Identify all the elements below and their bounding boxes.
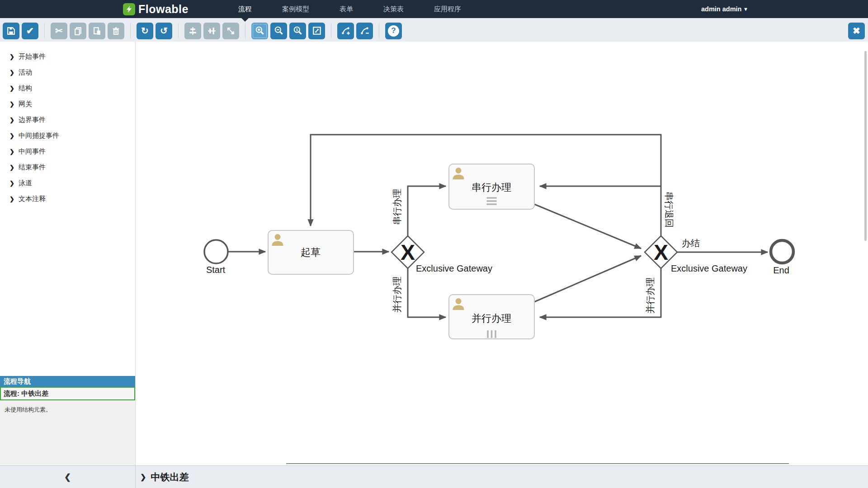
flow-gateway1-to-parallel[interactable]	[408, 268, 446, 317]
task-draft-label: 起草	[301, 247, 321, 258]
menu-item-apps[interactable]: 应用程序	[434, 0, 461, 18]
edge-label-parallel: 并行办理	[392, 277, 402, 313]
bendpoint-plus-icon	[341, 26, 351, 36]
edge-label-parallel-back: 并行办理	[645, 277, 655, 314]
close-editor-button[interactable]: ✖	[848, 23, 865, 39]
flow-serial-to-gateway2[interactable]	[534, 204, 641, 249]
edge-label-serial: 串行办理	[392, 189, 402, 225]
same-size-icon	[226, 26, 236, 36]
edge-label-serial-return: 串行退回	[664, 192, 674, 228]
palette-group-label: 泳道	[19, 179, 32, 188]
redo-button[interactable]: ↻	[137, 23, 153, 39]
user-menu[interactable]: admin admin ▾	[701, 0, 747, 18]
palette-group-intermediate-catching-events[interactable]: ❯ 中间捕捉事件	[0, 128, 135, 144]
validate-button[interactable]: ✔	[22, 23, 38, 39]
chevron-right-icon: ❯	[9, 85, 14, 92]
menu-item-case-models[interactable]: 案例模型	[282, 0, 309, 18]
redo-arrow-icon: ↻	[141, 26, 149, 35]
align-horizontal-button[interactable]	[203, 23, 220, 39]
check-icon: ✔	[26, 26, 34, 35]
palette-group-gateways[interactable]: ❯ 网关	[0, 96, 135, 112]
flow-gateway1-to-serial[interactable]	[408, 186, 446, 236]
diagram-canvas[interactable]: 串行办理 并行办理 串行退回 并行办理 办结 Start 起草 X Exclus…	[136, 42, 868, 465]
palette-group-end-events[interactable]: ❯ 结束事件	[0, 160, 135, 175]
end-event-node[interactable]	[771, 240, 793, 263]
chevron-right-icon: ❯	[9, 148, 14, 155]
undo-button[interactable]: ↺	[156, 23, 172, 39]
vertical-scrollbar-thumb[interactable]	[864, 51, 867, 241]
chevron-down-icon: ▾	[744, 6, 747, 12]
process-navigator-panel: 流程导航 流程: 中铁出差 未使用结构元素。	[0, 376, 135, 465]
zoom-in-button[interactable]	[251, 23, 268, 39]
palette-group-structural[interactable]: ❯ 结构	[0, 80, 135, 96]
palette-group-boundary-events[interactable]: ❯ 边界事件	[0, 112, 135, 128]
chevron-right-icon: ❯	[9, 180, 14, 187]
menu-item-processes[interactable]: 流程	[238, 0, 252, 18]
main-menu: 流程 案例模型 表单 决策表 应用程序	[238, 0, 461, 18]
palette-group-swimlanes[interactable]: ❯ 泳道	[0, 175, 135, 191]
zoom-out-button[interactable]	[270, 23, 287, 39]
exclusive-gateway-2-label: Exclusive Gateway	[671, 263, 747, 273]
magnifier-one-icon: 1	[293, 26, 303, 36]
palette-group-intermediate-events[interactable]: ❯ 中间事件	[0, 144, 135, 160]
navigator-header: 流程导航	[0, 376, 135, 387]
copy-button[interactable]	[70, 23, 86, 39]
collapse-sidebar-button[interactable]: ❮	[64, 472, 71, 482]
undo-arrow-icon: ↺	[160, 26, 168, 35]
bendpoint-minus-icon	[360, 26, 370, 36]
help-button[interactable]: ?	[385, 23, 402, 39]
gateway-x-glyph: X	[654, 240, 668, 264]
task-serial-label: 串行办理	[472, 182, 511, 193]
palette-group-label: 文本注释	[19, 195, 46, 203]
menu-item-forms[interactable]: 表单	[340, 0, 353, 18]
chevron-right-icon: ❯	[9, 132, 14, 139]
close-x-icon: ✖	[853, 26, 860, 35]
palette-sidebar: ❯ 开始事件 ❯ 活动 ❯ 结构 ❯ 网关 ❯ 边界事件 ❯ 中间捕捉事件 ❯ …	[0, 42, 136, 465]
svg-text:1: 1	[296, 28, 298, 32]
paste-icon	[92, 26, 102, 36]
edge-label-finish: 办结	[682, 238, 700, 248]
palette-group-label: 结构	[19, 84, 32, 93]
palette-group-label: 网关	[19, 100, 32, 108]
start-event-node[interactable]	[204, 240, 228, 263]
shape-palette: ❯ 开始事件 ❯ 活动 ❯ 结构 ❯ 网关 ❯ 边界事件 ❯ 中间捕捉事件 ❯ …	[0, 42, 135, 207]
palette-group-start-events[interactable]: ❯ 开始事件	[0, 49, 135, 65]
process-title[interactable]: 中铁出差	[151, 471, 189, 483]
flow-gateway2-back-to-parallel[interactable]	[540, 268, 661, 317]
gateway-x-glyph: X	[401, 240, 415, 264]
palette-group-label: 结束事件	[19, 163, 46, 172]
chevron-right-icon: ❯	[9, 69, 14, 76]
paste-button[interactable]	[89, 23, 105, 39]
flowable-brand[interactable]: Flowable	[123, 0, 189, 18]
exclusive-gateway-1-label: Exclusive Gateway	[416, 263, 492, 273]
palette-group-activities[interactable]: ❯ 活动	[0, 65, 135, 80]
add-bendpoint-button[interactable]	[337, 23, 354, 39]
palette-group-label: 边界事件	[19, 116, 46, 124]
bottom-bar: ❮ ❯ 中铁出差	[0, 465, 868, 488]
magnifier-minus-icon	[274, 26, 284, 36]
start-event-label: Start	[206, 265, 226, 275]
save-button[interactable]	[3, 23, 19, 39]
align-vertical-button[interactable]	[184, 23, 201, 39]
navigator-current-process[interactable]: 流程: 中铁出差	[0, 387, 135, 400]
flowable-logo-icon	[123, 3, 135, 15]
flow-parallel-to-gateway2[interactable]	[534, 256, 641, 302]
user-name: admin admin	[701, 5, 741, 13]
palette-group-label: 开始事件	[19, 52, 46, 61]
chevron-right-icon: ❯	[9, 117, 14, 123]
delete-button[interactable]	[108, 23, 124, 39]
align-horizontal-icon	[207, 26, 217, 36]
brand-text: Flowable	[138, 3, 189, 16]
chevron-right-icon: ❯	[9, 196, 14, 202]
chevron-right-icon: ❯	[9, 101, 14, 108]
bpmn-diagram: 串行办理 并行办理 串行退回 并行办理 办结 Start 起草 X Exclus…	[136, 42, 868, 465]
navigator-note: 未使用结构元素。	[0, 400, 135, 465]
remove-bendpoint-button[interactable]	[356, 23, 373, 39]
same-size-button[interactable]	[222, 23, 239, 39]
cut-button[interactable]: ✂	[51, 23, 67, 39]
floppy-icon	[6, 26, 16, 36]
menu-item-decision-tables[interactable]: 决策表	[383, 0, 404, 18]
zoom-fit-button[interactable]	[308, 23, 325, 39]
palette-group-text-annotation[interactable]: ❯ 文本注释	[0, 191, 135, 207]
zoom-actual-button[interactable]: 1	[289, 23, 306, 39]
